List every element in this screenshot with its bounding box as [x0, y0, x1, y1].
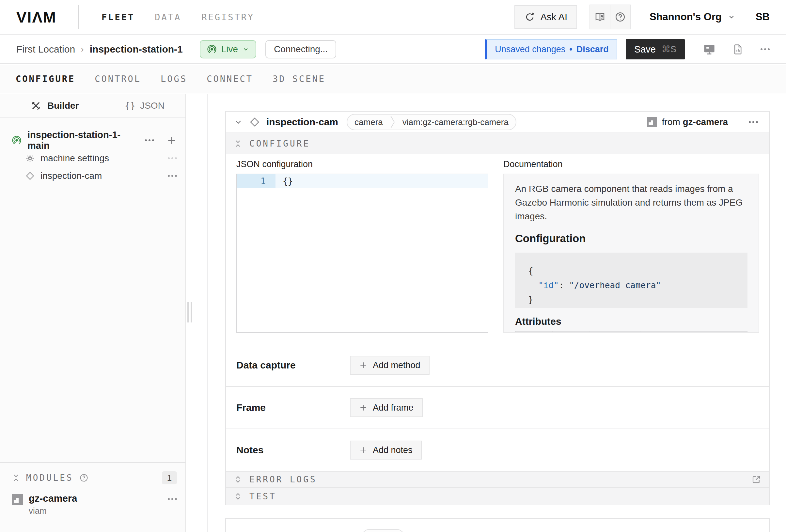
plus-icon [359, 361, 368, 369]
connection-status-label: Connecting... [274, 44, 328, 54]
machine-bar-right: Unsaved changes • Discard Save ⌘S [485, 39, 770, 60]
user-avatar[interactable]: SB [756, 11, 770, 23]
breadcrumb-location[interactable]: First Location [16, 44, 75, 55]
machine-bar: First Location › inspection-station-1 Li… [0, 35, 786, 64]
inspection-cam-label: inspection-cam [41, 171, 102, 181]
pill-separator [390, 115, 395, 130]
monitor-icon[interactable] [703, 43, 716, 55]
json-label: JSON [140, 100, 164, 111]
doc-code-block: { "id": "/overhead_camera" } [515, 253, 747, 308]
add-component-icon[interactable] [166, 135, 177, 145]
modules-help-icon[interactable] [79, 473, 89, 482]
add-method-button[interactable]: Add method [350, 356, 430, 375]
viam-logo[interactable]: VIΛM [16, 8, 56, 26]
json-toggle[interactable]: {} JSON [124, 100, 164, 111]
logs-file-icon[interactable] [733, 44, 744, 55]
header-right: Ask AI [514, 5, 770, 29]
tab-logs[interactable]: LOGS [161, 74, 187, 84]
machine-part-icon [12, 135, 22, 145]
builder-label: Builder [47, 100, 79, 111]
open-external-icon[interactable] [752, 475, 761, 484]
from-module-name: gz-camera [683, 117, 728, 127]
tab-3d-scene[interactable]: 3D SCENE [273, 74, 325, 84]
nav-registry[interactable]: REGISTRY [201, 12, 254, 22]
save-shortcut: ⌘S [662, 44, 676, 54]
builder-tools-icon [31, 101, 41, 111]
add-frame-label: Add frame [373, 403, 414, 413]
view-mode-toggle: Builder {} JSON [0, 94, 185, 118]
test-title: TEST [249, 491, 276, 501]
machine-settings-menu-icon[interactable] [168, 157, 177, 159]
error-logs-bar[interactable]: ERROR LOGS [226, 471, 769, 487]
org-name: Shannon's Org [650, 11, 722, 23]
json-config-editor[interactable]: 1 {} [236, 174, 488, 333]
nav-fleet[interactable]: FLEET [101, 12, 135, 22]
chevron-down-icon [727, 13, 735, 21]
inspection-cam-menu-icon[interactable] [168, 175, 177, 177]
tree-row-machine-settings[interactable]: machine settings [0, 149, 185, 167]
component-menu-icon[interactable] [749, 121, 758, 123]
code-value: "/overhead_camera" [569, 280, 661, 290]
doc-configuration-heading: Configuration [515, 232, 747, 245]
machine-name: inspection-station-1 [90, 44, 183, 55]
machine-part-name: inspection-station-1-main [27, 130, 139, 151]
org-switcher[interactable]: Shannon's Org [650, 11, 735, 23]
primary-nav: FLEET DATA REGISTRY [101, 12, 254, 22]
component-model-badge: viam:gz-camera:rgb-camera [395, 117, 516, 127]
tree-row-main-part[interactable]: inspection-station-1-main [0, 131, 185, 149]
error-logs-title: ERROR LOGS [249, 475, 317, 484]
from-module-text[interactable]: from gz-camera [662, 117, 728, 127]
modules-header: MODULES 1 [0, 463, 185, 484]
braces-icon: {} [124, 100, 136, 111]
connection-status[interactable]: Connecting... [265, 40, 336, 59]
sidebar-resize-handle[interactable] [187, 302, 192, 322]
configure-section-bar[interactable]: CONFIGURE [226, 133, 769, 154]
tab-connect[interactable]: CONNECT [207, 74, 253, 84]
viam-app-window: VIΛM FLEET DATA REGISTRY Ask AI [0, 0, 786, 532]
builder-toggle[interactable]: Builder [31, 100, 79, 111]
breadcrumb-separator: › [81, 44, 84, 54]
part-menu-icon[interactable] [145, 139, 154, 141]
discard-button[interactable]: Discard [576, 44, 609, 54]
code-line-open: { [528, 264, 747, 278]
documentation-panel[interactable]: An RGB camera component that reads image… [503, 174, 759, 333]
component-diamond-icon [249, 117, 260, 127]
collapse-icon[interactable] [12, 473, 20, 482]
component-type-badge: camera [347, 117, 390, 127]
ask-ai-button[interactable]: Ask AI [514, 5, 577, 29]
editor-active-line: 1 {} [237, 174, 488, 188]
module-author: viam [29, 506, 77, 516]
module-card-gz-camera: gz-camera by viam module Registry [225, 518, 770, 532]
chevron-down-icon[interactable] [234, 117, 243, 126]
doc-description: An RGB camera component that reads image… [515, 182, 744, 223]
add-frame-button[interactable]: Add frame [350, 398, 423, 417]
docs-book-icon[interactable] [590, 5, 610, 29]
live-label: Live [221, 44, 238, 54]
save-button[interactable]: Save ⌘S [626, 39, 685, 60]
live-status-dropdown[interactable]: Live [200, 40, 256, 59]
tab-configure[interactable]: CONFIGURE [16, 74, 75, 84]
nav-data[interactable]: DATA [155, 12, 181, 22]
more-actions-icon[interactable] [761, 48, 770, 50]
test-bar[interactable]: TEST [226, 487, 769, 505]
add-notes-button[interactable]: Add notes [350, 441, 422, 460]
tab-control[interactable]: CONTROL [95, 74, 141, 84]
modules-section: MODULES 1 [0, 462, 185, 532]
tree-row-inspection-cam[interactable]: inspection-cam [0, 167, 185, 185]
module-icon [647, 117, 657, 127]
help-icon[interactable] [610, 5, 630, 29]
component-diamond-icon [25, 171, 34, 181]
component-type-pill: camera viam:gz-camera:rgb-camera [347, 114, 516, 130]
collapse-icon [234, 139, 242, 148]
config-main: inspection-cam camera viam:gz-camera:rgb… [208, 94, 786, 532]
documentation-label: Documentation [503, 159, 563, 169]
machine-actions [703, 43, 770, 55]
module-list-item[interactable]: gz-camera viam [0, 484, 185, 516]
component-name: inspection-cam [267, 117, 338, 128]
broadcast-icon [207, 44, 217, 54]
code-key: "id" [538, 280, 559, 290]
code-line-close: } [528, 293, 747, 307]
notes-label: Notes [236, 444, 350, 456]
add-notes-label: Add notes [373, 445, 413, 455]
module-menu-icon[interactable] [168, 498, 177, 500]
